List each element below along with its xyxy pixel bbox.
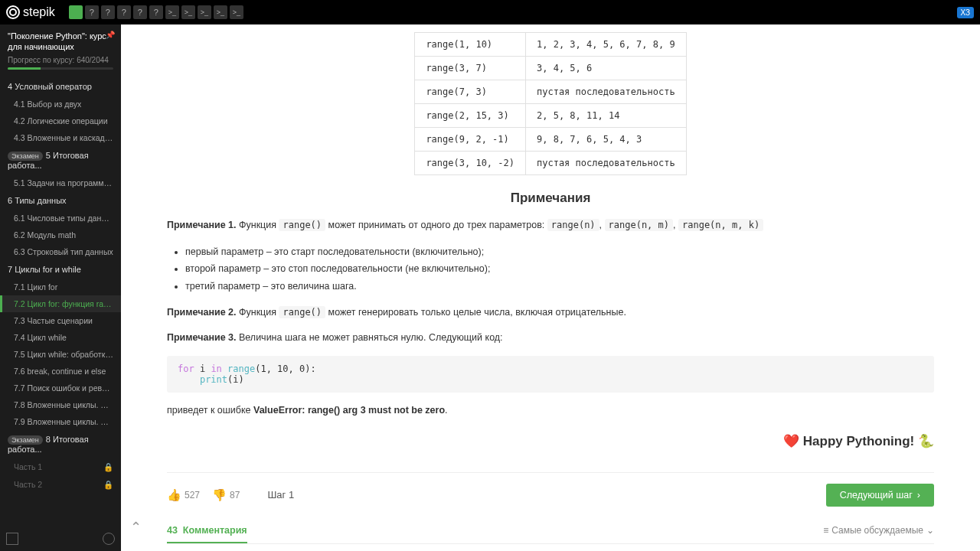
- user-badge[interactable]: ХЗ: [957, 7, 975, 18]
- fullscreen-icon[interactable]: [6, 533, 18, 545]
- chevron-right-icon: ›: [917, 490, 920, 500]
- nav-item[interactable]: 6.2 Модуль math: [0, 227, 121, 243]
- nav-item[interactable]: 7.5 Цикл while: обработка ...: [0, 346, 121, 363]
- note-3-tail: приведет к ошибке ValueError: range() ar…: [167, 403, 934, 418]
- nav-item[interactable]: 7.9 Вложенные циклы. Ча...: [0, 413, 121, 430]
- nav-item[interactable]: 4.1 Выбор из двух: [0, 96, 121, 112]
- note-2: Примечание 2. Функция range() может гене…: [167, 305, 934, 320]
- nav-section[interactable]: 6 Типы данных: [0, 191, 121, 210]
- nav-exam[interactable]: Экзамен8 Итоговая работа...: [0, 430, 121, 458]
- step-pill[interactable]: ?: [149, 5, 163, 19]
- nav-item[interactable]: 7.6 break, continue и else: [0, 363, 121, 380]
- course-title: "Поколение Python": курс для начинающих: [8, 31, 113, 53]
- nav-item[interactable]: 6.1 Числовые типы данны...: [0, 210, 121, 227]
- logo[interactable]: stepik: [6, 5, 55, 19]
- dislike-button[interactable]: 👎 87: [212, 488, 240, 502]
- step-navigation: ?????: [69, 5, 243, 19]
- step-pill[interactable]: ?: [85, 5, 99, 19]
- chevron-down-icon: ⌄: [926, 525, 934, 536]
- nav-item[interactable]: 4.3 Вложенные и каскадн...: [0, 129, 121, 146]
- section-title: Примечания: [167, 191, 934, 206]
- table-cell: range(1, 10): [415, 33, 526, 57]
- step-pill[interactable]: ?: [101, 5, 115, 19]
- nav-locked[interactable]: Часть 1🔒: [0, 458, 121, 476]
- lock-icon: 🔒: [103, 462, 113, 472]
- lesson-content: range(1, 10)1, 2, 3, 4, 5, 6, 7, 8, 9ran…: [121, 24, 980, 551]
- pin-icon[interactable]: 📌: [106, 31, 115, 39]
- table-cell: пустая последовательность: [525, 80, 686, 104]
- nav-item[interactable]: 6.3 Строковый тип данных: [0, 243, 121, 260]
- logo-icon: [6, 5, 20, 19]
- list-item: первый параметр – это старт последовател…: [185, 243, 934, 261]
- nav-section[interactable]: 4 Условный оператор: [0, 77, 121, 96]
- nav-item[interactable]: 7.3 Частые сценарии: [0, 312, 121, 329]
- happy-pythoning: ❤️ Happy Pythoning! 🐍: [167, 433, 934, 449]
- step-pill[interactable]: [165, 5, 179, 19]
- list-item: третий параметр – это величина шага.: [185, 278, 934, 295]
- table-cell: 2, 5, 8, 11, 14: [525, 104, 686, 128]
- nav-item[interactable]: 7.1 Цикл for: [0, 279, 121, 295]
- progress-bar: [8, 67, 113, 70]
- table-cell: range(9, 2, -1): [415, 128, 526, 152]
- thumb-down-icon: 👎: [212, 488, 227, 502]
- note-3: Примечание 3. Величина шага не может рав…: [167, 331, 934, 345]
- step-pill[interactable]: [181, 5, 195, 19]
- nav-section[interactable]: 7 Циклы for и while: [0, 260, 121, 279]
- note-1-list: первый параметр – это старт последовател…: [185, 243, 934, 295]
- like-button[interactable]: 👍 527: [167, 488, 200, 502]
- code-block: for i in range(1, 10, 0): print(i): [167, 356, 934, 393]
- nav-locked[interactable]: Часть 2🔒: [0, 476, 121, 494]
- nav-item[interactable]: 5.1 Задачи на программир...: [0, 174, 121, 191]
- nav-item[interactable]: 7.8 Вложенные циклы. Ча...: [0, 396, 121, 413]
- range-examples-table: range(1, 10)1, 2, 3, 4, 5, 6, 7, 8, 9ran…: [414, 32, 686, 175]
- table-cell: range(7, 3): [415, 80, 526, 104]
- comments-tab[interactable]: 43 Комментария: [167, 525, 247, 543]
- next-step-button[interactable]: Следующий шаг ›: [826, 484, 934, 507]
- step-pill[interactable]: [214, 5, 227, 19]
- scroll-top-button[interactable]: ⌃: [130, 519, 142, 536]
- table-cell: range(2, 15, 3): [415, 104, 526, 128]
- sort-icon: ≡: [823, 525, 828, 536]
- step-pill[interactable]: ?: [117, 5, 131, 19]
- lock-icon: 🔒: [103, 480, 113, 490]
- list-item: второй параметр – это стоп последователь…: [185, 260, 934, 278]
- step-pill[interactable]: ?: [133, 5, 147, 19]
- table-cell: пустая последовательность: [525, 152, 686, 175]
- nav-exam[interactable]: Экзамен5 Итоговая работа...: [0, 146, 121, 174]
- table-cell: 3, 4, 5, 6: [525, 57, 686, 80]
- sidebar: "Поколение Python": курс для начинающих …: [0, 24, 121, 551]
- table-cell: 1, 2, 3, 4, 5, 6, 7, 8, 9: [525, 33, 686, 57]
- note-1: Примечание 1. Функция range() может прин…: [167, 218, 934, 233]
- nav-item[interactable]: 7.2 Цикл for: функция range: [0, 295, 121, 312]
- progress-text: Прогресс по курсу: 640/2044: [8, 56, 113, 64]
- step-pill[interactable]: [69, 5, 83, 19]
- nav-item[interactable]: 7.7 Поиск ошибок и ревью...: [0, 380, 121, 396]
- step-pill[interactable]: [230, 5, 243, 19]
- step-label: Шаг 1: [267, 489, 294, 500]
- nav-item[interactable]: 4.2 Логические операции: [0, 112, 121, 129]
- table-cell: range(3, 10, -2): [415, 152, 526, 175]
- thumb-up-icon: 👍: [167, 488, 181, 502]
- settings-icon[interactable]: [103, 533, 115, 545]
- table-cell: 9, 8, 7, 6, 5, 4, 3: [525, 128, 686, 152]
- logo-text: stepik: [23, 5, 55, 19]
- sort-dropdown[interactable]: ≡ Самые обсуждаемые ⌄: [823, 525, 934, 536]
- table-cell: range(3, 7): [415, 57, 526, 80]
- step-pill[interactable]: [198, 5, 211, 19]
- nav-item[interactable]: 7.4 Цикл while: [0, 329, 121, 346]
